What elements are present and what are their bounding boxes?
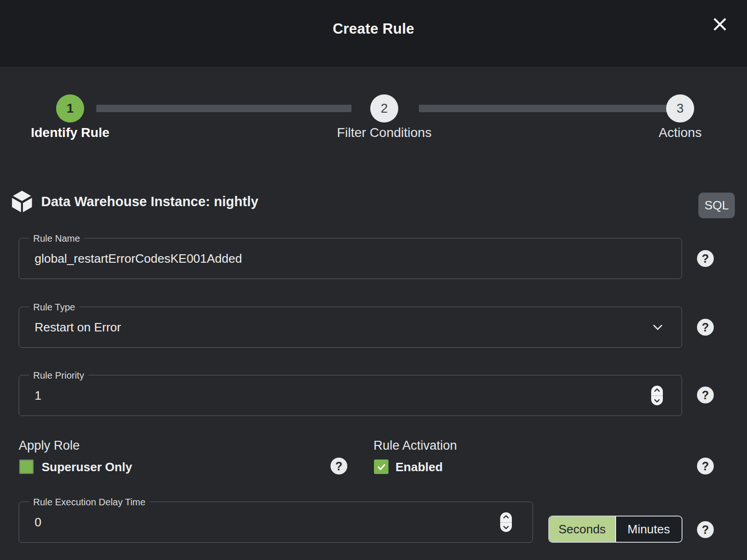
rule-activation-label: Rule Activation	[374, 438, 457, 453]
apply-role-help-icon[interactable]: ?	[330, 458, 347, 474]
step-1-label: Identify Rule	[9, 125, 131, 140]
sql-button[interactable]: SQL	[698, 193, 735, 218]
dialog-title: Create Rule	[0, 21, 747, 37]
spinner-divider	[651, 395, 663, 396]
rule-priority-input[interactable]	[19, 375, 682, 416]
close-button[interactable]	[710, 14, 730, 34]
delay-time-field: Rule Execution Delay Time	[19, 502, 533, 543]
delay-time-help-icon[interactable]: ?	[697, 521, 714, 538]
rule-name-input[interactable]	[19, 238, 682, 279]
rule-priority-field: Rule Priority	[19, 375, 682, 416]
spinner-divider	[500, 522, 512, 523]
package-cube-icon	[10, 190, 34, 213]
rule-type-value: Restart on Error	[35, 307, 121, 347]
create-rule-dialog: Create Rule 1 2 3 Identify Rule Filter C…	[0, 0, 747, 560]
stepper-connector-2	[419, 105, 669, 112]
step-3-label: Actions	[622, 125, 739, 140]
rule-priority-help-icon[interactable]: ?	[697, 387, 714, 403]
apply-role-option: Superuser Only	[42, 459, 132, 474]
step-3-circle[interactable]: 3	[666, 94, 694, 122]
close-icon	[711, 16, 728, 33]
step-2-label: Filter Conditions	[314, 125, 454, 140]
apply-role-label: Apply Role	[19, 438, 80, 453]
delay-unit-toggle: Seconds Minutes	[548, 516, 682, 543]
step-1-number: 1	[66, 101, 73, 116]
unit-minutes-button[interactable]: Minutes	[616, 517, 682, 542]
rule-name-help-icon[interactable]: ?	[697, 250, 714, 267]
rule-priority-spinner[interactable]	[651, 386, 663, 405]
spinner-down-icon[interactable]	[654, 399, 660, 403]
rule-type-select[interactable]: Rule Type Restart on Error	[19, 307, 682, 348]
chevron-down-icon[interactable]	[651, 320, 665, 334]
unit-seconds-button[interactable]: Seconds	[549, 517, 616, 542]
spinner-up-icon[interactable]	[654, 388, 660, 392]
rule-activation-option: Enabled	[395, 459, 443, 474]
step-1-circle[interactable]: 1	[56, 94, 84, 122]
spinner-down-icon[interactable]	[503, 525, 509, 530]
apply-role-checkbox[interactable]	[19, 459, 34, 474]
stepper-connector-1	[96, 105, 352, 112]
step-2-circle[interactable]: 2	[370, 94, 398, 122]
step-3-number: 3	[676, 101, 683, 116]
spinner-up-icon[interactable]	[503, 515, 509, 519]
checkmark-icon	[376, 462, 387, 472]
step-2-number: 2	[381, 101, 388, 116]
dialog-header: Create Rule	[0, 0, 747, 67]
rule-activation-checkbox[interactable]	[374, 459, 388, 474]
delay-time-input[interactable]	[19, 502, 532, 542]
instance-title: Data Warehouse Instance: nightly	[41, 194, 259, 209]
rule-type-help-icon[interactable]: ?	[697, 319, 714, 336]
rule-activation-help-icon[interactable]: ?	[697, 458, 714, 474]
delay-time-spinner[interactable]	[500, 512, 512, 532]
rule-name-field: Rule Name	[19, 238, 682, 279]
